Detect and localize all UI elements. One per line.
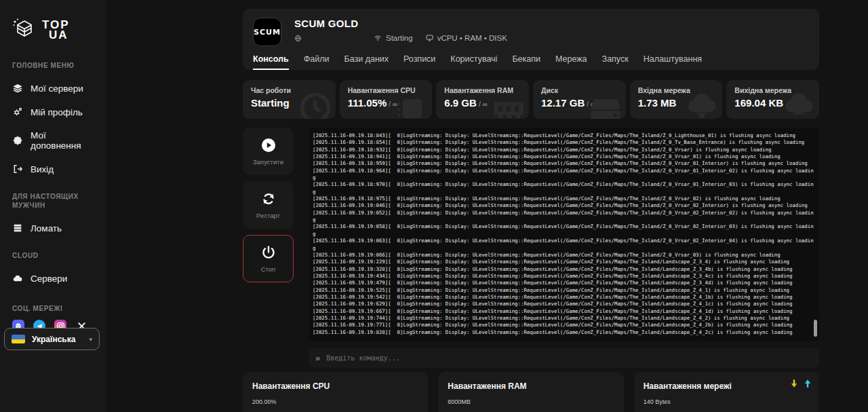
scrollbar-thumb[interactable] bbox=[814, 320, 817, 337]
bottom-card-network: Навантаження мережі 140 Bytes bbox=[634, 372, 819, 412]
upload-arrow-icon bbox=[804, 379, 811, 388]
bottom-stats-row: Навантаження CPU 200.00% Навантаження RA… bbox=[243, 372, 819, 412]
start-button[interactable]: Запустити bbox=[243, 128, 294, 175]
ukraine-flag-icon bbox=[12, 335, 25, 343]
restart-icon bbox=[260, 191, 277, 207]
tab-network[interactable]: Мережа bbox=[555, 54, 587, 70]
section-title-cloud: CLOUD bbox=[12, 251, 94, 260]
cloud-upload-icon bbox=[781, 90, 816, 119]
server-controls: Запустити Рестарт Стоп bbox=[243, 128, 294, 282]
console-log: [2025.11.16-09.19.18:843][ 0]LogStreamin… bbox=[313, 132, 815, 336]
bottom-card-ram: Навантаження RAM 8000MB bbox=[438, 372, 623, 412]
command-input[interactable] bbox=[326, 354, 812, 362]
sidebar-item-cloud-servers[interactable]: Сервери bbox=[12, 273, 94, 284]
command-bar: » bbox=[309, 348, 819, 368]
tab-files[interactable]: Файли bbox=[304, 54, 330, 70]
server-logo: SCUM bbox=[253, 18, 281, 46]
server-status: Starting bbox=[373, 34, 413, 42]
sidebar-item-my-profile[interactable]: Мій профіль bbox=[12, 107, 94, 117]
stat-card-uptime: Час роботи Starting bbox=[243, 80, 336, 119]
language-selector[interactable]: Українська ▾ bbox=[4, 328, 100, 350]
server-name: SCUM GOLD bbox=[294, 18, 507, 29]
section-title-real-men: ДЛЯ НАСТОЯЩИХ МУЖЧИН bbox=[12, 192, 87, 210]
disk-icon bbox=[588, 90, 623, 119]
addon-icon bbox=[12, 135, 23, 146]
ram-icon bbox=[491, 90, 526, 119]
power-icon bbox=[260, 244, 277, 261]
tab-startup[interactable]: Запуск bbox=[602, 54, 629, 70]
globe-icon bbox=[294, 35, 302, 42]
tab-console[interactable]: Консоль bbox=[253, 54, 289, 70]
stat-card-ram: Навантаження RAM 6.9 GB/ ∞ bbox=[436, 80, 529, 119]
logout-icon bbox=[12, 164, 23, 174]
tab-settings[interactable]: Налаштування bbox=[644, 54, 702, 70]
cpu-icon bbox=[394, 90, 429, 119]
server-rack-icon bbox=[12, 223, 23, 233]
stat-card-network-out: Вихідна мережа 169.04 KB bbox=[726, 80, 819, 119]
sidebar-item-my-servers[interactable]: Мої сервери bbox=[12, 83, 94, 94]
stat-card-network-in: Вхідна мережа 1.73 MB bbox=[630, 80, 723, 119]
stat-card-cpu: Навантаження CPU 111.05%/ ∞ bbox=[340, 80, 433, 119]
server-tabs: Консоль Файли Бази даних Розписи Користу… bbox=[253, 54, 702, 70]
gears-icon bbox=[12, 107, 23, 117]
tab-schedules[interactable]: Розписи bbox=[403, 54, 435, 70]
server-header: SCUM SCUM GOLD Starting vCPU • bbox=[243, 9, 819, 70]
stats-row: Час роботи Starting Навантаження CPU 111… bbox=[243, 80, 819, 119]
wifi-icon bbox=[373, 34, 382, 42]
server-resources: vCPU • RAM • DISK bbox=[425, 34, 507, 42]
brand-logo[interactable]: TOP UA bbox=[11, 16, 106, 43]
sidebar: TOP UA ГОЛОВНЕ МЕНЮ Мої сервери Мій проф… bbox=[0, 0, 106, 412]
play-icon bbox=[260, 137, 277, 153]
sidebar-item-logout[interactable]: Вихід bbox=[12, 164, 94, 174]
section-title-main-menu: ГОЛОВНЕ МЕНЮ bbox=[12, 61, 94, 70]
section-title-socials: СОЦ. МЕРЕЖІ bbox=[12, 304, 94, 313]
layers-icon bbox=[12, 83, 23, 94]
stop-button[interactable]: Стоп bbox=[243, 235, 294, 282]
tab-users[interactable]: Користувачі bbox=[450, 54, 497, 70]
bottom-card-cpu: Навантаження CPU 200.00% bbox=[243, 372, 428, 412]
console-log-viewport[interactable]: [2025.11.16-09.19.18:843][ 0]LogStreamin… bbox=[309, 128, 819, 341]
cloud-icon bbox=[12, 273, 23, 284]
chevron-down-icon: ▾ bbox=[89, 336, 92, 343]
monitor-icon bbox=[425, 34, 434, 42]
prompt-icon: » bbox=[315, 354, 320, 362]
download-arrow-icon bbox=[791, 379, 797, 388]
tab-backups[interactable]: Бекапи bbox=[512, 54, 540, 70]
restart-button[interactable]: Рестарт bbox=[243, 181, 294, 229]
sidebar-item-my-addons[interactable]: Мої доповнення bbox=[12, 130, 94, 151]
cloud-download-icon bbox=[684, 90, 719, 119]
brand-name: TOP UA bbox=[42, 20, 70, 40]
sidebar-item-lomat[interactable]: Ломать bbox=[12, 223, 94, 233]
tab-databases[interactable]: Бази даних bbox=[344, 54, 389, 70]
stat-card-disk: Диск 12.17 GB/ ∞ bbox=[533, 80, 626, 119]
clock-icon bbox=[298, 90, 333, 119]
cube-logo-icon bbox=[11, 16, 38, 43]
